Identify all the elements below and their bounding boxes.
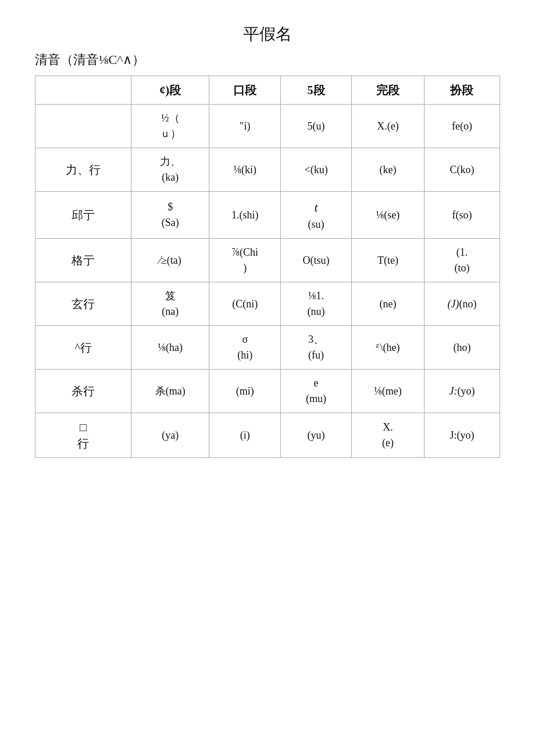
cell-r5-c2: 3、 (fu) bbox=[281, 326, 352, 370]
row-header-4: 玄行 bbox=[35, 282, 131, 326]
col-header-1: ¢)段 bbox=[131, 76, 209, 105]
cell-r3-c2: O(tsu) bbox=[281, 239, 352, 282]
cell-r0-c3: X.(e) bbox=[352, 105, 425, 148]
cell-r4-c3: (ne) bbox=[352, 282, 425, 326]
table-row: 格亍∕≥(ta)⅞(Chi )O(tsu)T(te)(1. (to) bbox=[35, 239, 500, 282]
cell-r2-c4: f(so) bbox=[424, 192, 500, 239]
cell-r0-c4: fe(o) bbox=[424, 105, 500, 148]
cell-r4-c1: (C(ni) bbox=[209, 282, 281, 326]
cell-r1-c2: <(ku) bbox=[281, 148, 352, 192]
table-row: 力、行力、 (ka)⅛(ki)<(ku)(ke)C(ko) bbox=[35, 148, 500, 192]
cell-r4-c0: 笈 (na) bbox=[131, 282, 209, 326]
cell-r2-c3: ⅛(se) bbox=[352, 192, 425, 239]
cell-r6-c4: J:(yo) bbox=[424, 370, 500, 413]
table-row: ½（ ｕ）"i)5(u)X.(e)fe(o) bbox=[35, 105, 500, 148]
cell-r2-c2: t(su) bbox=[281, 192, 352, 239]
col-header-5: 扮段 bbox=[424, 76, 500, 105]
cell-r6-c3: ⅛(me) bbox=[352, 370, 425, 413]
cell-r7-c4: J:(yo) bbox=[424, 413, 500, 458]
cell-r5-c4: (ho) bbox=[424, 326, 500, 370]
cell-r7-c2: (yu) bbox=[281, 413, 352, 458]
cell-r1-c1: ⅛(ki) bbox=[209, 148, 281, 192]
table-row: 邱亍$ (Sa)1.(shi)t(su)⅛(se)f(so) bbox=[35, 192, 500, 239]
cell-r5-c1: σ (hi) bbox=[209, 326, 281, 370]
cell-r2-c0: $ (Sa) bbox=[131, 192, 209, 239]
cell-r6-c1: (mi) bbox=[209, 370, 281, 413]
col-header-0 bbox=[35, 76, 131, 105]
row-header-1: 力、行 bbox=[35, 148, 131, 192]
cell-r6-c0: 杀(ma) bbox=[131, 370, 209, 413]
row-header-2: 邱亍 bbox=[35, 192, 131, 239]
cell-r2-c1: 1.(shi) bbox=[209, 192, 281, 239]
cell-r7-c0: (ya) bbox=[131, 413, 209, 458]
table-row: 玄行笈 (na)(C(ni)⅛1. (nu)(ne)(J)(no) bbox=[35, 282, 500, 326]
header-row: ¢)段 口段 5段 完段 扮段 bbox=[35, 76, 500, 105]
col-header-3: 5段 bbox=[281, 76, 352, 105]
table-row: 杀行杀(ma)(mi)e (mu)⅛(me)J:(yo) bbox=[35, 370, 500, 413]
cell-r3-c4: (1. (to) bbox=[424, 239, 500, 282]
row-header-0 bbox=[35, 105, 131, 148]
cell-r5-c0: ⅛(ha) bbox=[131, 326, 209, 370]
cell-r3-c0: ∕≥(ta) bbox=[131, 239, 209, 282]
page-title: 平假名 bbox=[35, 23, 500, 45]
hiragana-table: ¢)段 口段 5段 完段 扮段 ½（ ｕ）"i)5(u)X.(e)fe(o)力、… bbox=[35, 76, 500, 458]
col-header-2: 口段 bbox=[209, 76, 281, 105]
row-header-5: ^行 bbox=[35, 326, 131, 370]
cell-r6-c2: e (mu) bbox=[281, 370, 352, 413]
cell-r1-c0: 力、 (ka) bbox=[131, 148, 209, 192]
cell-r5-c3: ᶻ\(he) bbox=[352, 326, 425, 370]
row-header-6: 杀行 bbox=[35, 370, 131, 413]
cell-r7-c1: (i) bbox=[209, 413, 281, 458]
row-header-7: □ 行 bbox=[35, 413, 131, 458]
cell-r7-c3: X. (e) bbox=[352, 413, 425, 458]
col-header-4: 完段 bbox=[352, 76, 425, 105]
cell-r0-c1: "i) bbox=[209, 105, 281, 148]
cell-r3-c1: ⅞(Chi ) bbox=[209, 239, 281, 282]
row-header-3: 格亍 bbox=[35, 239, 131, 282]
cell-r0-c0: ½（ ｕ） bbox=[131, 105, 209, 148]
section-title: 清音（清音⅛C^∧） bbox=[35, 51, 500, 69]
cell-r0-c2: 5(u) bbox=[281, 105, 352, 148]
cell-r1-c4: C(ko) bbox=[424, 148, 500, 192]
table-row: □ 行(ya)(i)(yu)X. (e)J:(yo) bbox=[35, 413, 500, 458]
cell-r1-c3: (ke) bbox=[352, 148, 425, 192]
cell-r4-c2: ⅛1. (nu) bbox=[281, 282, 352, 326]
cell-r3-c3: T(te) bbox=[352, 239, 425, 282]
table-row: ^行⅛(ha)σ (hi)3、 (fu)ᶻ\(he)(ho) bbox=[35, 326, 500, 370]
cell-r4-c4: (J)(no) bbox=[424, 282, 500, 326]
